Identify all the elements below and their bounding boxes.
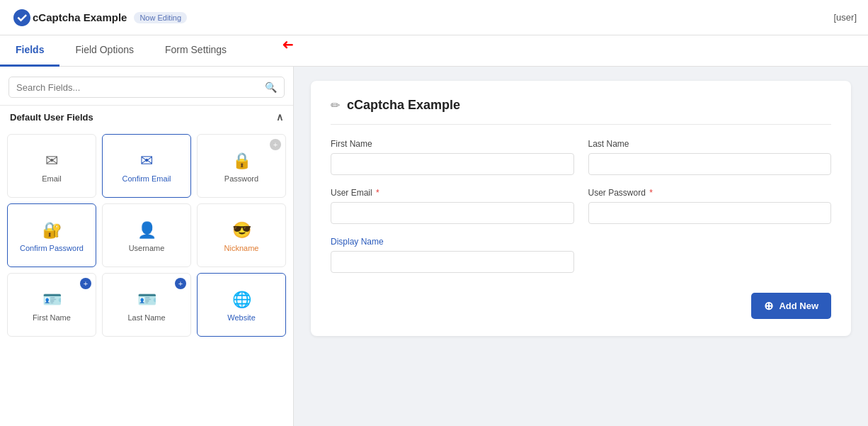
field-card-first-name[interactable]: + 🪪 First Name	[7, 273, 96, 337]
editing-badge: Now Editing	[134, 12, 187, 23]
first-name-field-label: First Name	[331, 139, 574, 149]
form-preview: ✏ cCaptcha Example First Name Last Name	[311, 81, 851, 336]
confirm-password-label: Confirm Password	[20, 244, 84, 252]
confirm-email-label: Confirm Email	[122, 174, 171, 183]
email-label: Email	[42, 174, 62, 183]
section-header[interactable]: Default User Fields ∧	[0, 105, 293, 128]
website-label: Website	[227, 313, 256, 322]
field-card-confirm-password[interactable]: 🔐 Confirm Password	[7, 203, 96, 267]
last-name-field-label: Last Name	[588, 139, 832, 149]
display-name-input[interactable]	[331, 251, 574, 273]
form-preview-header: ✏ cCaptcha Example	[331, 98, 831, 125]
first-name-icon: 🪪	[42, 291, 62, 309]
email-icon: ✉	[45, 152, 58, 170]
form-field-user-email: User Email *	[331, 188, 574, 224]
nickname-label: Nickname	[224, 244, 259, 252]
sidebar: 🔍 Default User Fields ∧ ✉ Email ✉ Confir…	[0, 67, 294, 426]
plus-icon: ⊕	[764, 299, 773, 313]
username-icon: 👤	[137, 221, 156, 240]
field-card-password[interactable]: + 🔒 Password	[197, 134, 286, 198]
search-input[interactable]	[16, 82, 265, 93]
add-new-label: Add New	[779, 301, 818, 311]
tab-form-settings[interactable]: Form Settings	[149, 35, 242, 67]
last-name-add-dot: +	[175, 278, 186, 289]
last-name-icon: 🪪	[137, 291, 156, 309]
section-label: Default User Fields	[10, 112, 93, 123]
field-card-email[interactable]: ✉ Email	[7, 134, 96, 198]
field-card-confirm-email[interactable]: ✉ Confirm Email	[102, 134, 191, 198]
user-password-field-label: User Password *	[588, 188, 832, 198]
form-field-last-name: Last Name	[588, 139, 832, 175]
tab-field-options[interactable]: Field Options	[59, 35, 149, 67]
first-name-add-dot: +	[80, 278, 91, 289]
first-name-label: First Name	[33, 313, 71, 322]
password-add-dot: +	[270, 139, 281, 150]
form-field-user-password: User Password *	[588, 188, 832, 224]
user-label: [user]	[833, 12, 857, 23]
app-title: cCaptcha Example	[33, 11, 127, 23]
website-icon: 🌐	[232, 291, 251, 309]
content-area: ✏ cCaptcha Example First Name Last Name	[294, 67, 868, 426]
first-name-input[interactable]	[331, 153, 574, 175]
search-bar: 🔍	[8, 77, 285, 98]
nickname-icon: 😎	[232, 221, 251, 240]
tab-navigation: Fields Field Options Form Settings ➜	[0, 35, 868, 67]
app-logo	[11, 7, 33, 28]
field-card-last-name[interactable]: + 🪪 Last Name	[102, 273, 191, 337]
user-password-required: *	[649, 188, 653, 198]
confirm-email-icon: ✉	[140, 152, 153, 170]
user-email-field-label: User Email *	[331, 188, 574, 198]
form-preview-title: cCaptcha Example	[347, 98, 460, 113]
user-email-required: *	[376, 188, 379, 198]
confirm-password-icon: 🔐	[42, 221, 62, 240]
edit-pencil-icon[interactable]: ✏	[331, 99, 340, 112]
display-name-field-label: Display Name	[331, 237, 574, 247]
annotation-arrow: ➜	[282, 37, 294, 54]
search-icon: 🔍	[265, 82, 277, 93]
field-card-nickname[interactable]: 😎 Nickname	[197, 203, 286, 267]
tab-fields[interactable]: Fields	[0, 35, 59, 67]
form-field-first-name: First Name	[331, 139, 574, 175]
last-name-input[interactable]	[588, 153, 832, 175]
password-label: Password	[224, 174, 258, 183]
form-row-display-name: Display Name	[331, 237, 831, 273]
form-field-display-name: Display Name	[331, 237, 574, 273]
form-actions: ⊕ Add New	[331, 286, 831, 319]
username-label: Username	[129, 244, 165, 252]
last-name-label: Last Name	[127, 313, 165, 322]
user-password-input[interactable]	[588, 202, 832, 224]
form-row-credentials: User Email * User Password *	[331, 188, 831, 224]
main-layout: 🔍 Default User Fields ∧ ✉ Email ✉ Confir…	[0, 67, 868, 426]
password-icon: 🔒	[232, 152, 251, 170]
topbar: cCaptcha Example Now Editing [user]	[0, 0, 868, 35]
chevron-up-icon: ∧	[276, 111, 283, 123]
form-row-name: First Name Last Name	[331, 139, 831, 175]
user-email-input[interactable]	[331, 202, 574, 224]
add-new-button[interactable]: ⊕ Add New	[751, 293, 831, 319]
field-card-website[interactable]: 🌐 Website	[197, 273, 286, 337]
field-grid: ✉ Email ✉ Confirm Email + 🔒 Password 🔐 C…	[0, 128, 293, 342]
field-card-username[interactable]: 👤 Username	[102, 203, 191, 267]
